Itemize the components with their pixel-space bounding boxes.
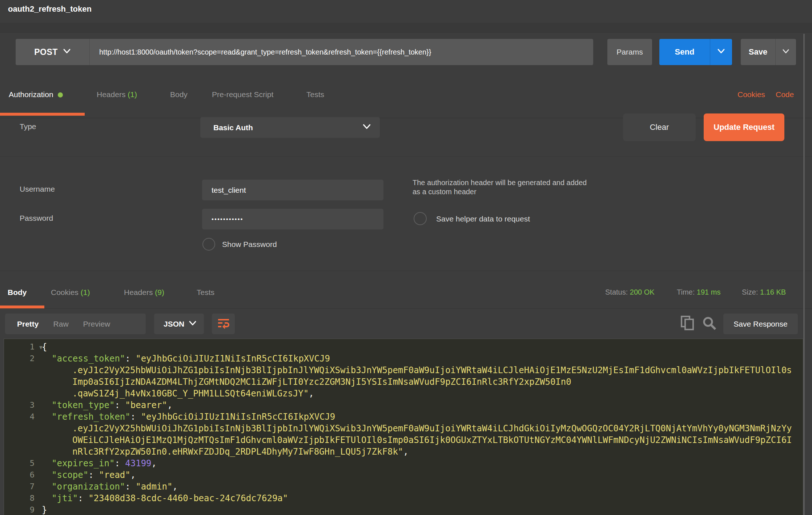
tab-prerequest-script[interactable]: Pre-request Script: [212, 90, 273, 99]
code-link[interactable]: Code: [776, 90, 794, 99]
line-number: 7: [4, 481, 35, 492]
code-line: 3"token_type": "bearer",: [4, 399, 803, 411]
tab-headers[interactable]: Headers (1): [97, 90, 137, 99]
view-raw[interactable]: Raw: [46, 320, 76, 328]
vertical-scrollbar[interactable]: [803, 34, 805, 515]
section-divider: [0, 271, 812, 271]
code-line: .eyJ1c2VyX25hbWUiOiJhZG1pbiIsInNjb3BlIjp…: [4, 423, 803, 434]
line-number: 4: [4, 411, 35, 423]
wrap-text-button[interactable]: [212, 314, 235, 334]
search-icon: [702, 326, 716, 331]
show-password-label: Show Password: [222, 240, 277, 249]
line-number: [4, 434, 35, 446]
response-format-value: JSON: [164, 320, 184, 328]
save-helper-label: Save helper data to request: [436, 215, 530, 223]
search-response-button[interactable]: [701, 315, 717, 332]
request-title-bar: oauth2_refresh_token: [0, 0, 812, 23]
line-number: 9: [4, 504, 35, 515]
copy-response-button[interactable]: [679, 315, 696, 332]
code-line: 5"expires_in": 43199,: [4, 458, 803, 469]
line-number: 1▼: [4, 341, 35, 353]
username-label: Username: [20, 185, 55, 193]
code-line: 2"access_token": "eyJhbGciOiJIUzI1NiIsIn…: [4, 353, 803, 364]
line-number: [4, 376, 35, 388]
code-line: nRlc3RfY2xpZW50In0.eHRWxFZDJDq_2RDPL4Dhy…: [4, 446, 803, 458]
request-tabs: Authorization Headers (1) Body Pre-reque…: [0, 81, 812, 118]
show-password-radio[interactable]: [202, 238, 215, 251]
code-line: 8"jti": "23408d38-8cdc-4460-beac-24c76dc…: [4, 492, 803, 504]
tab-authorization[interactable]: Authorization: [9, 90, 63, 99]
response-tab-tests[interactable]: Tests: [197, 288, 214, 297]
postman-app: oauth2_refresh_token POST Params Send Sa…: [0, 0, 812, 515]
save-options-button[interactable]: [775, 39, 796, 65]
password-field[interactable]: [202, 209, 383, 229]
send-button-group: Send: [659, 39, 732, 65]
line-number: [4, 446, 35, 458]
code-line: 4"refresh_token": "eyJhbGciOiJIUzI1NiIsI…: [4, 411, 803, 423]
line-number: 5: [4, 458, 35, 469]
chevron-down-icon: [782, 49, 789, 56]
active-response-tab-underline: [0, 306, 44, 308]
line-number: 8: [4, 492, 35, 504]
send-options-button[interactable]: [710, 39, 732, 65]
save-button[interactable]: Save: [741, 39, 775, 65]
cookies-link[interactable]: Cookies: [737, 90, 765, 99]
method-label: POST: [34, 47, 58, 57]
line-number: [4, 388, 35, 399]
line-number: 2: [4, 353, 35, 364]
view-pretty[interactable]: Pretty: [5, 320, 46, 328]
line-number: 6: [4, 469, 35, 481]
response-format-dropdown[interactable]: JSON: [154, 314, 204, 334]
request-tab-title: oauth2_refresh_token: [8, 4, 92, 14]
response-time: Time: 191 ms: [677, 288, 720, 296]
request-url-bar: POST: [16, 39, 593, 65]
response-status: Status: 200 OK: [605, 288, 655, 296]
chevron-down-icon: [362, 124, 371, 131]
auth-type-value: Basic Auth: [213, 123, 253, 132]
password-label: Password: [20, 214, 53, 223]
chevron-down-icon: [189, 320, 197, 328]
tab-body[interactable]: Body: [170, 90, 188, 99]
code-line: Imp0aSI6IjIzNDA4ZDM4LThjZGMtNDQ2MC1iZWFj…: [4, 376, 803, 388]
send-button[interactable]: Send: [659, 39, 710, 65]
response-body-viewer[interactable]: 1▼{2"access_token": "eyJhbGciOiJIUzI1NiI…: [4, 339, 803, 515]
save-response-button[interactable]: Save Response: [723, 314, 798, 334]
fold-caret-icon[interactable]: ▼: [39, 342, 43, 353]
auth-type-dropdown[interactable]: Basic Auth: [200, 117, 380, 138]
tab-tests[interactable]: Tests: [306, 90, 324, 99]
line-number: 3: [4, 399, 35, 411]
response-view-switch: Pretty Raw Preview: [5, 314, 146, 334]
response-tabs: Body Cookies (1) Headers (9) Tests Statu…: [0, 279, 812, 309]
save-helper-radio[interactable]: [414, 212, 427, 225]
code-line: OWEiLCJleHAiOjE1MzQ1MjQzMTQsImF1dGhvcml0…: [4, 434, 803, 446]
clear-button[interactable]: Clear: [623, 113, 696, 141]
view-preview[interactable]: Preview: [76, 320, 118, 328]
section-divider: [0, 156, 812, 157]
code-line: .eyJ1c2VyX25hbWUiOiJhZG1pbiIsInNjb3BlIjp…: [4, 364, 803, 376]
copy-icon: [680, 326, 694, 332]
code-line: 1▼{: [4, 341, 803, 353]
response-tab-body[interactable]: Body: [8, 288, 27, 297]
code-line: .qawS1Z4j_h4vNx10GBC_Y_PHM1LLSQt64eniWLG…: [4, 388, 803, 399]
chevron-down-icon: [717, 48, 725, 56]
wrap-text-icon: [217, 318, 230, 330]
update-request-button[interactable]: Update Request: [704, 113, 784, 141]
save-button-group: Save: [741, 39, 796, 65]
line-number: [4, 364, 35, 376]
chevron-down-icon: [63, 48, 71, 56]
code-line: 6"scope": "read",: [4, 469, 803, 481]
method-dropdown[interactable]: POST: [16, 39, 90, 65]
response-tab-headers[interactable]: Headers (9): [124, 288, 164, 297]
auth-type-label: Type: [20, 122, 36, 131]
line-number: [4, 423, 35, 434]
builder-strip: [0, 24, 812, 34]
code-line: 7"organization": "admin",: [4, 481, 803, 492]
response-tab-cookies[interactable]: Cookies (1): [51, 288, 90, 297]
username-field[interactable]: [202, 180, 383, 200]
code-line: 9}: [4, 504, 803, 515]
active-tab-underline: [0, 113, 85, 116]
url-input[interactable]: [90, 39, 593, 65]
auth-helper-note: The authorization header will be generat…: [413, 178, 587, 196]
params-button[interactable]: Params: [607, 39, 652, 65]
response-size: Size: 1.16 KB: [742, 288, 786, 296]
